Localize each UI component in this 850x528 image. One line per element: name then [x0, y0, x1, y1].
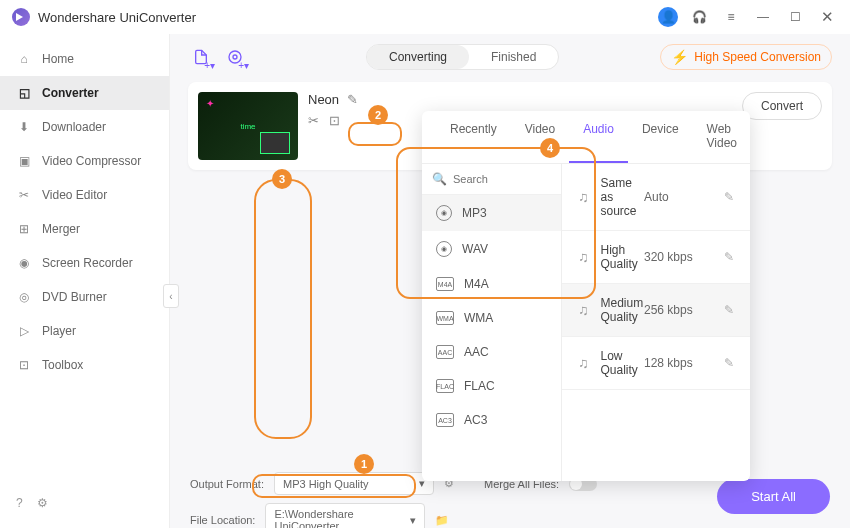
home-icon: ⌂ [16, 51, 32, 67]
rename-icon[interactable]: ✎ [347, 92, 358, 107]
open-folder-icon[interactable]: 📁 [435, 514, 449, 527]
format-flac[interactable]: FLACFLAC [422, 369, 561, 403]
editor-icon: ✂ [16, 187, 32, 203]
format-popup: Recently Video Audio Device Web Video 🔍 … [422, 111, 750, 481]
sidebar-item-merger[interactable]: ⊞Merger [0, 212, 169, 246]
app-logo [12, 8, 30, 26]
help-icon[interactable]: ? [16, 496, 23, 510]
music-icon: ♫ [578, 355, 589, 371]
annotation-badge-4: 4 [540, 138, 560, 158]
sidebar-item-home[interactable]: ⌂Home [0, 42, 169, 76]
close-icon[interactable]: ✕ [816, 6, 838, 28]
quality-low[interactable]: ♫Low Quality128 kbps✎ [562, 337, 750, 390]
sidebar-item-downloader[interactable]: ⬇Downloader [0, 110, 169, 144]
trim-icon[interactable]: ✂ [308, 113, 319, 128]
sidebar-item-compressor[interactable]: ▣Video Compressor [0, 144, 169, 178]
merger-icon: ⊞ [16, 221, 32, 237]
status-tabs: Converting Finished [366, 44, 559, 70]
sidebar-item-converter[interactable]: ◱Converter [0, 76, 169, 110]
music-icon: ♫ [578, 249, 589, 265]
music-icon: ♫ [578, 189, 589, 205]
annotation-badge-2: 2 [368, 105, 388, 125]
output-format-dropdown[interactable]: MP3 High Quality▾ [274, 472, 434, 495]
edit-preset-icon[interactable]: ✎ [724, 250, 734, 264]
titlebar: Wondershare UniConverter 👤 🎧 ≡ — ☐ ✕ [0, 0, 850, 34]
annotation-ring-3 [254, 179, 312, 439]
quality-high[interactable]: ♫High Quality320 kbps✎ [562, 231, 750, 284]
dvd-icon: ◎ [16, 289, 32, 305]
app-title: Wondershare UniConverter [38, 10, 196, 25]
file-icon: FLAC [436, 379, 454, 393]
tab-converting[interactable]: Converting [367, 45, 469, 69]
file-name: Neon [308, 92, 339, 107]
format-wav[interactable]: ◉WAV [422, 231, 561, 267]
user-avatar-icon[interactable]: 👤 [658, 7, 678, 27]
edit-preset-icon[interactable]: ✎ [724, 356, 734, 370]
compress-icon: ▣ [16, 153, 32, 169]
sidebar-item-dvd[interactable]: ◎DVD Burner [0, 280, 169, 314]
file-icon: AAC [436, 345, 454, 359]
search-input[interactable] [453, 173, 551, 185]
file-icon: WMA [436, 311, 454, 325]
quality-list: ♫Same as sourceAuto✎ ♫High Quality320 kb… [562, 164, 750, 481]
quality-same-as-source[interactable]: ♫Same as sourceAuto✎ [562, 164, 750, 231]
file-icon: AC3 [436, 413, 454, 427]
add-file-button[interactable]: +▾ [188, 44, 214, 70]
player-icon: ▷ [16, 323, 32, 339]
file-location-label: File Location: [190, 514, 255, 526]
sidebar-item-toolbox[interactable]: ⊡Toolbox [0, 348, 169, 382]
search-icon: 🔍 [432, 172, 447, 186]
crop-icon[interactable]: ⊡ [329, 113, 340, 128]
popup-tab-audio[interactable]: Audio [569, 111, 628, 163]
format-aac[interactable]: AACAAC [422, 335, 561, 369]
maximize-icon[interactable]: ☐ [784, 6, 806, 28]
music-icon: ♫ [578, 302, 589, 318]
download-icon: ⬇ [16, 119, 32, 135]
high-speed-button[interactable]: ⚡High Speed Conversion [660, 44, 832, 70]
format-mp3[interactable]: ◉MP3 [422, 195, 561, 231]
menu-icon[interactable]: ≡ [720, 6, 742, 28]
settings-icon[interactable]: ⚙ [37, 496, 48, 510]
toolbox-icon: ⊡ [16, 357, 32, 373]
annotation-badge-1: 1 [354, 454, 374, 474]
format-list: 🔍 ◉MP3 ◉WAV M4AM4A WMAWMA AACAAC FLACFLA… [422, 164, 562, 481]
popup-tab-recently[interactable]: Recently [436, 111, 511, 163]
format-wma[interactable]: WMAWMA [422, 301, 561, 335]
output-format-label: Output Format: [190, 478, 264, 490]
format-m4a[interactable]: M4AM4A [422, 267, 561, 301]
sidebar-item-player[interactable]: ▷Player [0, 314, 169, 348]
tab-finished[interactable]: Finished [469, 45, 558, 69]
popup-tab-webvideo[interactable]: Web Video [693, 111, 751, 163]
popup-tab-device[interactable]: Device [628, 111, 693, 163]
disc-icon: ◉ [436, 241, 452, 257]
format-ac3[interactable]: AC3AC3 [422, 403, 561, 437]
lightning-icon: ⚡ [671, 49, 688, 65]
popup-tab-video[interactable]: Video [511, 111, 569, 163]
start-all-button[interactable]: Start All [717, 479, 830, 514]
converter-icon: ◱ [16, 85, 32, 101]
convert-button[interactable]: Convert [742, 92, 822, 120]
minimize-icon[interactable]: — [752, 6, 774, 28]
file-location-dropdown[interactable]: E:\Wondershare UniConverter▾ [265, 503, 425, 528]
sidebar: ⌂Home ◱Converter ⬇Downloader ▣Video Comp… [0, 34, 170, 528]
format-search[interactable]: 🔍 [422, 164, 561, 195]
svg-point-1 [233, 55, 237, 59]
video-thumbnail[interactable]: time [198, 92, 298, 160]
chevron-down-icon: ▾ [410, 514, 416, 527]
recorder-icon: ◉ [16, 255, 32, 271]
disc-icon: ◉ [436, 205, 452, 221]
add-dvd-button[interactable]: +▾ [222, 44, 248, 70]
content-area: +▾ +▾ Converting Finished ⚡High Speed Co… [170, 34, 850, 528]
sidebar-item-editor[interactable]: ✂Video Editor [0, 178, 169, 212]
edit-preset-icon[interactable]: ✎ [724, 190, 734, 204]
quality-medium[interactable]: ♫Medium Quality256 kbps✎ [562, 284, 750, 337]
annotation-badge-3: 3 [272, 169, 292, 189]
support-icon[interactable]: 🎧 [688, 6, 710, 28]
file-icon: M4A [436, 277, 454, 291]
edit-preset-icon[interactable]: ✎ [724, 303, 734, 317]
sidebar-item-recorder[interactable]: ◉Screen Recorder [0, 246, 169, 280]
